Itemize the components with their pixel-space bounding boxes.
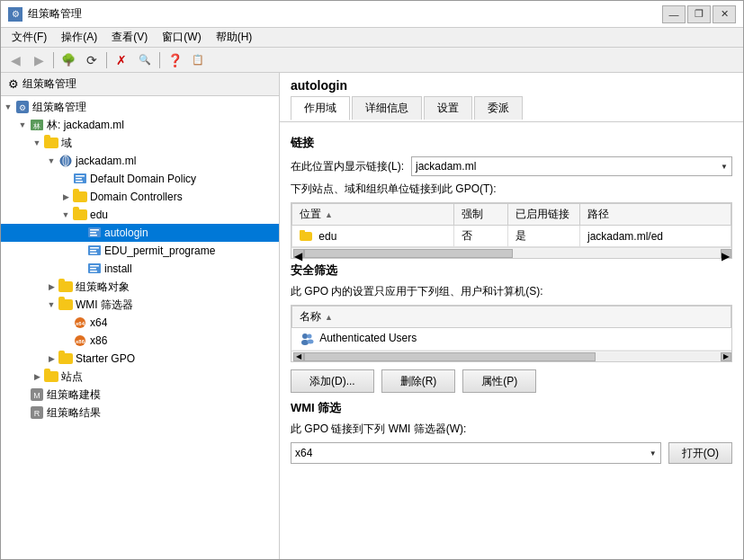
tree-item-sites[interactable]: ▶ 站点 bbox=[1, 368, 279, 386]
properties-button[interactable]: 属性(P) bbox=[462, 369, 536, 393]
export-button[interactable]: 📋 bbox=[187, 49, 209, 71]
indent bbox=[44, 332, 58, 350]
menu-action[interactable]: 操作(A) bbox=[54, 28, 104, 47]
help-button[interactable]: ❓ bbox=[164, 49, 185, 71]
hscroll-right-btn[interactable]: ▶ bbox=[721, 249, 731, 258]
wmi-select[interactable]: x64 ▼ bbox=[291, 442, 661, 464]
menu-help[interactable]: 帮助(H) bbox=[209, 28, 260, 47]
tree-item-x86[interactable]: ▶ x86 x86 bbox=[1, 332, 279, 350]
col-path: 路径 bbox=[580, 204, 731, 226]
links-table-hscroll[interactable]: ◀ ▶ bbox=[291, 247, 731, 258]
tree-item-edu[interactable]: ▼ edu bbox=[1, 206, 279, 224]
close-button[interactable]: ✕ bbox=[713, 5, 736, 23]
tree-item-gpo-objects[interactable]: ▶ 组策略对象 bbox=[1, 278, 279, 296]
filter-button[interactable]: 🔍 bbox=[134, 49, 156, 71]
icon-install bbox=[87, 262, 102, 276]
tree-item-dc[interactable]: ▶ Domain Controllers bbox=[1, 188, 279, 206]
label-x86: x86 bbox=[90, 334, 107, 347]
indent bbox=[44, 206, 58, 224]
wmi-open-button[interactable]: 打开(O) bbox=[668, 442, 732, 464]
links-table: 位置 ▲ 强制 已启用链接 路径 bbox=[291, 203, 731, 247]
svg-rect-13 bbox=[90, 232, 96, 234]
indent bbox=[15, 170, 30, 188]
expand-forest[interactable]: ▼ bbox=[15, 116, 30, 134]
expand-domains[interactable]: ▼ bbox=[30, 134, 44, 152]
hscroll-thumb[interactable] bbox=[304, 249, 513, 258]
tree-item-x64[interactable]: ▶ x64 x64 bbox=[1, 314, 279, 332]
tab-settings[interactable]: 设置 bbox=[424, 96, 472, 120]
tree-item-gpo-result[interactable]: ▶ R 组策略结果 bbox=[1, 404, 279, 422]
links-table-desc: 下列站点、域和组织单位链接到此 GPO(T): bbox=[291, 182, 732, 197]
cell-enforced: 否 bbox=[454, 226, 508, 247]
tree-item-domains[interactable]: ▼ 域 bbox=[1, 134, 279, 152]
tree-item-ddp[interactable]: ▶ Default Domain Policy bbox=[1, 170, 279, 188]
back-button[interactable]: ◀ bbox=[4, 49, 26, 71]
restore-button[interactable]: ❐ bbox=[687, 5, 711, 23]
security-row[interactable]: Authenticated Users bbox=[292, 328, 731, 351]
label-starter-gpo: Starter GPO bbox=[76, 352, 135, 365]
indent bbox=[1, 170, 15, 188]
menu-window[interactable]: 窗口(W) bbox=[155, 28, 208, 47]
indent bbox=[44, 242, 58, 260]
tree-item-edu-permit[interactable]: ▶ EDU_permit_programe bbox=[1, 242, 279, 260]
remove-button[interactable]: 删除(R) bbox=[381, 369, 456, 393]
security-table-hscroll[interactable]: ◀ ▶ bbox=[291, 351, 731, 361]
menu-file[interactable]: 文件(F) bbox=[4, 28, 54, 47]
hscroll-right-btn2[interactable]: ▶ bbox=[721, 352, 731, 361]
expand-dc[interactable]: ▶ bbox=[58, 188, 73, 206]
indent bbox=[15, 278, 30, 296]
hscroll-track2[interactable] bbox=[304, 352, 721, 361]
hscroll-left-btn[interactable]: ◀ bbox=[293, 249, 304, 258]
expand-domain[interactable]: ▼ bbox=[44, 152, 58, 170]
table-row[interactable]: edu 否 是 jackadam.ml/ed bbox=[292, 226, 731, 247]
tree-item-install[interactable]: ▶ install bbox=[1, 260, 279, 278]
security-table-container: 名称 ▲ bbox=[291, 305, 732, 362]
expand-sites[interactable]: ▶ bbox=[30, 368, 44, 386]
tab-details[interactable]: 详细信息 bbox=[352, 96, 422, 120]
hscroll-thumb2[interactable] bbox=[304, 352, 596, 361]
expand-root[interactable]: ▼ bbox=[1, 98, 15, 116]
label-edu-permit: EDU_permit_programe bbox=[104, 244, 215, 257]
app-icon: ⚙ bbox=[8, 7, 22, 22]
security-btn-row: 添加(D)... 删除(R) 属性(P) bbox=[291, 369, 732, 393]
svg-rect-9 bbox=[76, 178, 82, 180]
delete-button[interactable]: ✗ bbox=[111, 49, 132, 71]
tree-item-domain[interactable]: ▼ jackadam.ml bbox=[1, 152, 279, 170]
tab-scope[interactable]: 作用域 bbox=[291, 96, 350, 120]
icon-domains bbox=[44, 136, 58, 150]
expand-wmi[interactable]: ▼ bbox=[44, 296, 58, 314]
row-folder-icon bbox=[300, 232, 312, 241]
hscroll-track[interactable] bbox=[304, 249, 721, 258]
sort-arrow-name: ▲ bbox=[325, 313, 333, 322]
svg-point-34 bbox=[307, 340, 313, 344]
expand-gpo-objects[interactable]: ▶ bbox=[44, 278, 58, 296]
label-ddp: Default Domain Policy bbox=[90, 173, 196, 185]
forward-button[interactable]: ▶ bbox=[28, 49, 49, 71]
svg-text:x64: x64 bbox=[76, 321, 85, 326]
indent bbox=[1, 404, 15, 422]
add-button[interactable]: 添加(D)... bbox=[291, 369, 374, 393]
tree-item-starter-gpo[interactable]: ▶ Starter GPO bbox=[1, 350, 279, 368]
tree-item-autologin[interactable]: ▶ autologin bbox=[1, 224, 279, 242]
label-gpo-model: 组策略建模 bbox=[47, 387, 101, 403]
tree-item-forest[interactable]: ▼ 林 林: jackadam.ml bbox=[1, 116, 279, 134]
show-tree-button[interactable]: 🌳 bbox=[58, 49, 79, 71]
minimize-button[interactable]: — bbox=[662, 5, 686, 23]
icon-starter-gpo bbox=[58, 351, 73, 366]
indent bbox=[30, 350, 44, 368]
indent bbox=[15, 350, 30, 368]
tab-delegation[interactable]: 委派 bbox=[474, 96, 523, 120]
tree-item-gpo-model[interactable]: ▶ M 组策略建模 bbox=[1, 386, 279, 404]
expand-edu[interactable]: ▼ bbox=[58, 206, 73, 224]
menu-view[interactable]: 查看(V) bbox=[104, 28, 155, 47]
tree-header-label: 组策略管理 bbox=[22, 76, 76, 92]
tree-item-root[interactable]: ▼ ⚙ 组策略管理 bbox=[1, 98, 279, 116]
refresh-button[interactable]: ⟳ bbox=[81, 49, 103, 71]
expand-starter-gpo[interactable]: ▶ bbox=[44, 350, 58, 368]
col-enforced: 强制 bbox=[454, 204, 508, 226]
wmi-select-value: x64 bbox=[295, 447, 312, 459]
cell-enabled: 是 bbox=[508, 226, 580, 247]
location-select[interactable]: jackadam.ml ▼ bbox=[411, 156, 732, 176]
hscroll-left-btn2[interactable]: ◀ bbox=[293, 352, 304, 361]
tree-item-wmi[interactable]: ▼ WMI 筛选器 bbox=[1, 296, 279, 314]
